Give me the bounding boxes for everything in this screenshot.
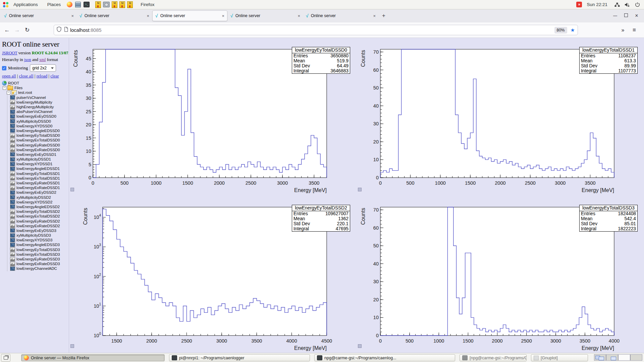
- tree-node-files[interactable]: − Files: [3, 85, 69, 90]
- tree-item-lowEnergyEyRateDSSD1[interactable]: lowEnergyEyRateDSSD1: [10, 181, 69, 185]
- json-link[interactable]: json: [24, 57, 31, 62]
- browser-tab-1[interactable]: √Online server×: [1, 10, 76, 21]
- hamburger-menu-button[interactable]: ≡: [629, 27, 639, 34]
- stats-box-lowEnergyEyTotalDSSD1[interactable]: lowEnergyEyTotalDSSD1Entries1108237Mean6…: [579, 47, 638, 74]
- tree-item-xyMultiplicityDSSD1[interactable]: xyMultiplicityDSSD1: [10, 157, 69, 162]
- power-icon[interactable]: [635, 2, 640, 7]
- tree-item-lowEnergyXYDSSD2[interactable]: lowEnergyXYDSSD2: [10, 200, 69, 204]
- workspace-4[interactable]: [630, 354, 642, 361]
- browser-tab-2[interactable]: √Online server×: [77, 10, 152, 21]
- shield-icon[interactable]: [57, 26, 61, 34]
- stats-box-lowEnergyEyTotalDSSD2[interactable]: lowEnergyEyTotalDSSD2Entries109627007Mea…: [292, 205, 350, 232]
- tree-item-lowEnergyEyTotalDSSD3[interactable]: lowEnergyEyTotalDSSD3: [10, 247, 69, 252]
- browser-tab-3[interactable]: √Online server×: [152, 10, 227, 21]
- taskbar-window-button-2[interactable]: pi@nnrpi1: ~/Programs/caenlogger: [169, 354, 310, 361]
- tree-item-lowEnergyExRateDSSD3[interactable]: lowEnergyExRateDSSD3: [10, 261, 69, 266]
- tree-item-xyMultiplicityDSSD2[interactable]: xyMultiplicityDSSD2: [10, 195, 69, 200]
- page-icon[interactable]: [64, 27, 68, 33]
- terminal-launcher-icon[interactable]: >_: [84, 2, 90, 7]
- browser-tab-5[interactable]: √Online server×: [303, 10, 378, 21]
- workspace-2[interactable]: [606, 354, 618, 361]
- taskbar-window-button-3[interactable]: npg@carme-gsi:~/Programs/caenlog...: [314, 354, 455, 361]
- tab-close-icon[interactable]: ×: [145, 13, 149, 18]
- midas-launcher-icon-1[interactable]: M: [95, 1, 101, 8]
- window-minimize-button[interactable]: —: [610, 13, 621, 18]
- network-icon[interactable]: [614, 2, 620, 7]
- tree-item-xyMultiplicityDSSD0[interactable]: xyMultiplicityDSSD0: [10, 119, 69, 124]
- midas-launcher-icon-2[interactable]: M: [112, 1, 117, 8]
- tree-item-lowEnergyExEyDSSD0[interactable]: lowEnergyExEyDSSD0: [10, 114, 69, 119]
- window-capture-icon[interactable]: [103, 2, 110, 7]
- stats-box-lowEnergyEyTotalDSSD3[interactable]: lowEnergyEyTotalDSSD3Entries1824408Mean5…: [579, 205, 638, 232]
- tree-item-lowEnergyXYDSSD3[interactable]: lowEnergyXYDSSD3: [10, 238, 69, 242]
- midas-launcher-icon-4[interactable]: M: [127, 1, 133, 8]
- chart-pad-lowEnergyEyTotalDSSD1[interactable]: 0500100015002000250030003500010203040506…: [357, 38, 644, 195]
- monitoring-checkbox[interactable]: ✓: [2, 66, 6, 70]
- tree-item-lowEnergyEyRateDSSD3[interactable]: lowEnergyEyRateDSSD3: [10, 257, 69, 261]
- tree-item-lowEnergyExRateDSSD1[interactable]: lowEnergyExRateDSSD1: [10, 185, 69, 190]
- tab-close-icon[interactable]: ×: [220, 13, 224, 18]
- tree-item-lowEnergyAngleEDSSD1[interactable]: lowEnergyAngleEDSSD1: [10, 166, 69, 171]
- applications-menu[interactable]: Applications: [9, 0, 43, 9]
- tree-item-lowEnergyEyRateDSSD2[interactable]: lowEnergyEyRateDSSD2: [10, 219, 69, 223]
- close-all-link[interactable]: close all: [19, 73, 34, 78]
- workspace-1[interactable]: [594, 354, 606, 361]
- tree-item-lowEnergyAngleEDSSD3[interactable]: lowEnergyAngleEDSSD3: [10, 242, 69, 247]
- pad-resize-handle[interactable]: [358, 188, 362, 191]
- open-all-link[interactable]: open all: [2, 73, 16, 78]
- taskbar-window-button-1[interactable]: Online server — Mozilla Firefox: [21, 354, 165, 361]
- xml-link[interactable]: xml: [39, 57, 46, 62]
- tree-item-lowEnergyEyTotalDSSD1[interactable]: lowEnergyEyTotalDSSD1: [10, 171, 69, 176]
- tree-item-highEnergyMultiplicity[interactable]: highEnergyMultiplicity: [10, 105, 69, 109]
- window-restore-button[interactable]: [621, 13, 631, 18]
- pad-resize-handle[interactable]: [70, 188, 74, 191]
- tab-close-icon[interactable]: ×: [296, 13, 300, 18]
- tree-item-lowEnergyXYDSSD0[interactable]: lowEnergyXYDSSD0: [10, 124, 69, 128]
- tree-item-lowEnergyExTotalDSSD1[interactable]: lowEnergyExTotalDSSD1: [10, 176, 69, 181]
- file-manager-launcher-icon[interactable]: [75, 2, 81, 8]
- tree-item-pulserVsChannel[interactable]: pulserVsChannel: [10, 95, 69, 100]
- taskbar-window-button-5[interactable]: [Gnuplot]: [531, 354, 588, 361]
- collapse-icon[interactable]: −: [3, 86, 6, 90]
- tree-item-lowEnergyExTotalDSSD3[interactable]: lowEnergyExTotalDSSD3: [10, 252, 69, 257]
- chart-pad-lowEnergyEyTotalDSSD0[interactable]: 0500100015002000250030003500051015202530…: [69, 38, 357, 195]
- jsroot-link[interactable]: JSROOT: [2, 51, 17, 55]
- midas-launcher-icon-3[interactable]: M: [119, 1, 125, 8]
- overflow-menu-button[interactable]: »: [618, 27, 628, 33]
- url-bar[interactable]: localhost:8085 80% ★: [54, 25, 578, 35]
- tree-item-xyMultiplicityDSSD3[interactable]: xyMultiplicityDSSD3: [10, 233, 69, 238]
- tree-item-lowEnergyExTotalDSSD0[interactable]: lowEnergyExTotalDSSD0: [10, 138, 69, 142]
- tree-item-lowEnergyEyTotalDSSD0[interactable]: lowEnergyEyTotalDSSD0: [10, 133, 69, 138]
- chart-pad-lowEnergyEyTotalDSSD2[interactable]: 1500200025003000350040004500100101102103…: [69, 195, 357, 353]
- pad-resize-handle[interactable]: [358, 344, 362, 348]
- tree-node-file[interactable]: − test.root: [7, 90, 69, 95]
- tree-item-lowEnergyXYDSSD1[interactable]: lowEnergyXYDSSD1: [10, 162, 69, 166]
- places-menu[interactable]: Places: [43, 0, 66, 9]
- bookmark-star-icon[interactable]: ★: [571, 27, 575, 33]
- browser-tab-4[interactable]: √Online server×: [228, 10, 303, 21]
- reload-link[interactable]: reload: [37, 73, 47, 78]
- clear-link[interactable]: clear: [50, 73, 59, 78]
- window-close-button[interactable]: ×: [631, 13, 642, 19]
- firefox-launcher-icon[interactable]: [67, 2, 72, 7]
- tree-item-lowEnergyChannelADC[interactable]: lowEnergyChannelADC: [10, 266, 69, 271]
- tree-item-lowEnergyAngleEDSSD2[interactable]: lowEnergyAngleEDSSD2: [10, 204, 69, 209]
- tree-item-absPulserVsChannel[interactable]: absPulserVsChannel: [10, 109, 69, 114]
- chart-pad-lowEnergyEyTotalDSSD3[interactable]: 0500100015002000250030003500400001020304…: [357, 195, 644, 353]
- tree-item-lowEnergyExRateDSSD2[interactable]: lowEnergyExRateDSSD2: [10, 224, 69, 228]
- tab-close-icon[interactable]: ×: [371, 13, 376, 18]
- reload-button[interactable]: ↻: [22, 26, 32, 34]
- collapse-icon[interactable]: −: [7, 91, 10, 95]
- zoom-level-badge[interactable]: 80%: [554, 27, 567, 34]
- tree-item-lowEnergyExEyDSSD1[interactable]: lowEnergyExEyDSSD1: [10, 152, 69, 157]
- tab-close-icon[interactable]: ×: [69, 13, 74, 18]
- tree-item-lowEnergyExEyDSSD3[interactable]: lowEnergyExEyDSSD3: [10, 228, 69, 233]
- clock[interactable]: Sun 22:21: [587, 2, 607, 7]
- workspace-3[interactable]: [618, 354, 630, 361]
- tree-node-root[interactable]: ROOT: [2, 81, 69, 85]
- show-desktop-button[interactable]: [1, 354, 10, 362]
- layout-select[interactable]: grid 2x2: [30, 64, 56, 72]
- new-tab-button[interactable]: +: [379, 12, 389, 19]
- taskbar-window-button-4[interactable]: [npg@carme-gsi:~/Programs/CARME...: [460, 354, 527, 361]
- tree-item-lowEnergyExRateDSSD0[interactable]: lowEnergyExRateDSSD0: [10, 147, 69, 152]
